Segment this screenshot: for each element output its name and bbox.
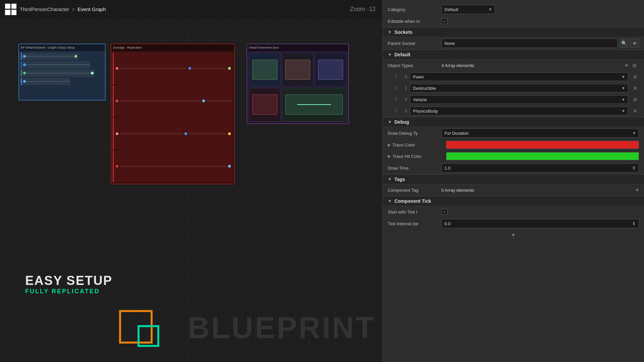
- node-visual-blue: [19, 51, 105, 100]
- thumb-cell: [249, 53, 281, 87]
- debug-section-header[interactable]: ▼ Debug: [383, 117, 644, 127]
- node-line: [26, 64, 90, 65]
- dropdown-arrow-icon: ▼: [622, 75, 625, 79]
- draw-debug-row: Draw Debug Ty For Duration ▼: [383, 127, 644, 139]
- sockets-section-title: Sockets: [394, 29, 413, 35]
- array-item-dropdown-0[interactable]: Pawn ▼: [410, 72, 628, 81]
- breadcrumb-sep: >: [72, 6, 75, 12]
- array-item-delete-btn-2[interactable]: ✕: [631, 97, 639, 103]
- array-item-row: ⠿ 0 Pawn ▼ ✕: [383, 71, 644, 82]
- nv-block: [21, 78, 70, 85]
- component-tag-label: Component Tag: [388, 188, 441, 193]
- trace-color-swatch[interactable]: [446, 141, 639, 149]
- tags-arrow-icon: ▼: [388, 177, 392, 182]
- node-dot: [91, 72, 94, 74]
- tick-interval-input[interactable]: 0.0 ⬆: [441, 219, 639, 228]
- component-tag-count: 0 Array elements: [441, 188, 474, 193]
- editable-when-checkbox[interactable]: [441, 18, 447, 24]
- draw-debug-dropdown[interactable]: For Duration ▼: [441, 128, 639, 138]
- zoom-indicator: Zoom -12: [350, 6, 376, 13]
- socket-input[interactable]: None: [441, 39, 618, 48]
- array-item-dropdown-2[interactable]: Vehicle ▼: [410, 95, 628, 104]
- category-value: Default: [444, 7, 458, 12]
- scroll-down-indicator[interactable]: ▼: [383, 230, 644, 240]
- editable-when-label: Editable when In: [388, 19, 441, 24]
- easy-setup-text: EASY SETUP FULLY REPLICATED: [25, 274, 112, 295]
- drag-handle-icon[interactable]: ⠿: [394, 74, 398, 79]
- node-card-blue[interactable]: BP WhatYouNeed - Graph 4 Easy Setup: [18, 44, 106, 101]
- node-line: [26, 73, 91, 73]
- array-item-delete-btn-3[interactable]: ✕: [631, 108, 639, 114]
- tick-interval-value: 0.0: [444, 221, 450, 226]
- start-with-tick-checkbox[interactable]: [441, 209, 447, 215]
- chevron-down-icon: ▼: [511, 232, 516, 238]
- node-header-purple: Detail Movement Sync: [247, 44, 348, 51]
- component-tick-section-title: Component Tick: [394, 198, 431, 204]
- node-card-red[interactable]: Damage - Replication: [111, 44, 235, 184]
- draw-debug-label: Draw Debug Ty: [388, 131, 441, 136]
- array-item-delete-btn-0[interactable]: ✕: [631, 74, 639, 80]
- default-section-title: Default: [394, 52, 410, 57]
- inner-square: [138, 325, 159, 347]
- drag-handle-icon[interactable]: ⠿: [394, 85, 398, 91]
- tick-interval-row: Tick Interval (se 0.0 ⬆: [383, 218, 644, 230]
- blueprint-area[interactable]: BP WhatYouNeed - Graph 4 Easy Setup: [18, 18, 382, 362]
- tags-section-header[interactable]: ▼ Tags: [383, 174, 644, 184]
- object-types-expand-icon[interactable]: ⊞: [630, 61, 639, 70]
- array-index: 3: [400, 109, 407, 113]
- socket-row: None 🔍 ✕: [441, 39, 639, 48]
- sockets-arrow-icon: ▼: [388, 30, 392, 35]
- array-item-dropdown-1[interactable]: Destructible ▼: [410, 84, 628, 93]
- debug-arrow-icon: ▼: [388, 120, 392, 124]
- tags-section-title: Tags: [394, 177, 405, 182]
- object-types-count: 4 Array elements: [441, 63, 474, 68]
- ri-row: [113, 85, 233, 117]
- breadcrumb-root: ThirdPersonCharacter: [20, 6, 69, 12]
- ri-row: [113, 150, 233, 183]
- component-tick-section-header[interactable]: ▼ Component Tick: [383, 196, 644, 206]
- draw-time-input[interactable]: 1.0 ⬆: [441, 163, 639, 173]
- sockets-section-header[interactable]: ▼ Sockets: [383, 27, 644, 37]
- node-dot: [23, 63, 26, 66]
- trace-hit-color-expand-icon[interactable]: ▶: [388, 154, 391, 159]
- node-inner-blue: [19, 51, 105, 100]
- node-dot: [23, 55, 26, 58]
- start-with-tick-row: Start with Tick I: [383, 206, 644, 218]
- trace-color-expand-icon[interactable]: ▶: [388, 142, 391, 147]
- node-card-purple[interactable]: Detail Movement Sync: [247, 44, 349, 124]
- node-dot: [23, 72, 26, 74]
- array-item-row: ⠿ 3 PhysicsBody ▼ ✕: [383, 105, 644, 117]
- socket-value: None: [444, 41, 455, 46]
- drag-handle-icon[interactable]: ⠿: [394, 108, 398, 114]
- spin-icon: ⬆: [632, 165, 636, 171]
- parent-socket-row: Parent Socket None 🔍 ✕: [383, 37, 644, 49]
- trace-hit-color-label: Trace Hit Color: [392, 154, 446, 159]
- socket-clear-btn[interactable]: ✕: [630, 39, 639, 48]
- array-item-delete-btn-1[interactable]: ✕: [631, 85, 639, 92]
- category-dropdown[interactable]: Default ▼: [441, 5, 495, 14]
- array-item-dropdown-3[interactable]: PhysicsBody ▼: [410, 107, 628, 115]
- component-tag-row: Component Tag 0 Array elements +: [383, 184, 644, 196]
- node-line: [26, 56, 74, 57]
- top-bar: ThirdPersonCharacter > Event Graph Zoom …: [0, 0, 382, 18]
- parent-socket-label: Parent Socket: [388, 41, 441, 46]
- object-types-add-btn[interactable]: +: [625, 62, 628, 68]
- trace-hit-color-swatch[interactable]: [446, 152, 639, 160]
- nv-block: [21, 61, 91, 68]
- array-index: 0: [400, 74, 407, 79]
- thumb-cell: [249, 88, 281, 122]
- node-line: [26, 81, 69, 82]
- thumb-cell: [282, 53, 314, 87]
- default-section-header[interactable]: ▼ Default: [383, 50, 644, 60]
- blueprint-watermark: BLUEPRINT: [188, 311, 376, 345]
- drag-handle-icon[interactable]: ⠿: [394, 97, 398, 102]
- array-rows: ⠿ 0 Pawn ▼ ✕ ⠿ 1 Destructible ▼ ✕ ⠿ 2 Ve…: [383, 71, 644, 117]
- component-tag-add-btn[interactable]: +: [635, 187, 639, 193]
- category-label: Category: [388, 7, 441, 12]
- node-dot: [74, 55, 77, 58]
- nv-block: [21, 69, 95, 77]
- component-tick-arrow-icon: ▼: [388, 199, 392, 203]
- array-index: 1: [400, 86, 407, 90]
- socket-search-btn[interactable]: 🔍: [620, 39, 628, 48]
- blueprint-canvas[interactable]: ThirdPersonCharacter > Event Graph Zoom …: [0, 0, 382, 362]
